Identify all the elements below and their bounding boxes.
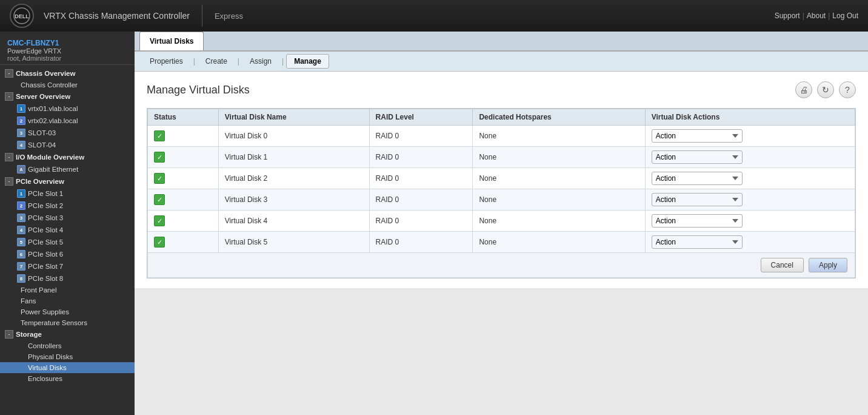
col-name: Virtual Disk Name bbox=[218, 109, 369, 126]
sidebar-item-pcie-slot-6[interactable]: 6PCIe Slot 6 bbox=[0, 248, 135, 260]
sidebar-item-pcie-slot-7[interactable]: 7PCIe Slot 7 bbox=[0, 260, 135, 272]
toolbar-icons: 🖨 ↻ ? bbox=[795, 81, 856, 98]
sidebar-item-io-module-overview[interactable]: -I/O Module Overview bbox=[0, 151, 135, 163]
sidebar-item-power-supplies[interactable]: Power Supplies bbox=[0, 306, 135, 317]
sidebar-badge-pcie-slot-6: 6 bbox=[17, 250, 25, 258]
main-tab-bar: Virtual Disks bbox=[135, 32, 868, 52]
cell-status-1: ✓ bbox=[148, 147, 219, 168]
sidebar-item-pcie-slot-4[interactable]: 4PCIe Slot 4 bbox=[0, 224, 135, 236]
sidebar-item-chassis-overview[interactable]: -Chassis Overview bbox=[0, 67, 135, 79]
sidebar-item-pcie-slot-3[interactable]: 3PCIe Slot 3 bbox=[0, 212, 135, 224]
nav-sep1: | bbox=[803, 12, 804, 20]
about-link[interactable]: About bbox=[807, 12, 826, 20]
sidebar-hostname: CMC-FLBNZY1 bbox=[7, 39, 127, 47]
header-mode: Express bbox=[215, 12, 243, 21]
sidebar-badge-pcie-slot-4: 4 bbox=[17, 226, 25, 234]
status-check-3: ✓ bbox=[154, 194, 165, 205]
sidebar-item-slot04[interactable]: 4SLOT-04 bbox=[0, 139, 135, 151]
sidebar-item-pcie-slot-8[interactable]: 8PCIe Slot 8 bbox=[0, 272, 135, 285]
sidebar-badge-pcie-slot-3: 3 bbox=[17, 214, 25, 222]
sidebar-item-pcie-slot-5[interactable]: 5PCIe Slot 5 bbox=[0, 236, 135, 248]
sidebar-item-server-overview[interactable]: -Server Overview bbox=[0, 90, 135, 103]
sidebar-item-pcie-slot-2[interactable]: 2PCIe Slot 2 bbox=[0, 200, 135, 212]
sidebar-label-power-supplies: Power Supplies bbox=[21, 308, 69, 315]
action-select-3[interactable]: Action bbox=[652, 193, 743, 206]
sidebar-badge-pcie-slot-7: 7 bbox=[17, 262, 25, 271]
tab-virtual-disks[interactable]: Virtual Disks bbox=[139, 32, 204, 50]
sidebar-item-physical-disks[interactable]: Physical Disks bbox=[0, 351, 135, 362]
sidebar-item-pcie-slot-1[interactable]: 1PCIe Slot 1 bbox=[0, 187, 135, 200]
sidebar-label-gigabit-ethernet: Gigabit Ethernet bbox=[28, 166, 78, 173]
action-select-1[interactable]: Action bbox=[652, 150, 743, 164]
cell-hotspares-4: None bbox=[473, 211, 645, 232]
nav-sep2: | bbox=[828, 12, 830, 20]
sidebar-label-storage: Storage bbox=[16, 331, 42, 338]
sub-tab-assign[interactable]: Assign bbox=[242, 54, 279, 69]
col-actions: Virtual Disk Actions bbox=[645, 109, 855, 126]
virtual-disks-table-body: ✓Virtual Disk 0RAID 0NoneAction✓Virtual … bbox=[148, 126, 855, 253]
sidebar-item-virtual-disks[interactable]: Virtual Disks bbox=[0, 362, 135, 373]
sub-tab-bar: Properties | Create | Assign | Manage bbox=[135, 52, 868, 72]
cell-status-4: ✓ bbox=[148, 211, 219, 232]
sidebar-toggle-storage[interactable]: - bbox=[5, 330, 13, 339]
main-content: Manage Virtual Disks 🖨 ↻ ? Status Virtua… bbox=[135, 72, 868, 288]
sidebar-item-storage[interactable]: -Storage bbox=[0, 328, 135, 340]
status-check-5: ✓ bbox=[154, 237, 165, 248]
cell-hotspares-3: None bbox=[473, 189, 645, 211]
cell-raid-0: RAID 0 bbox=[369, 126, 473, 147]
table-row: ✓Virtual Disk 0RAID 0NoneAction bbox=[148, 126, 855, 147]
apply-button[interactable]: Apply bbox=[809, 258, 847, 272]
cell-raid-1: RAID 0 bbox=[369, 147, 473, 168]
status-check-0: ✓ bbox=[154, 130, 165, 141]
cell-hotspares-0: None bbox=[473, 126, 645, 147]
action-select-4[interactable]: Action bbox=[652, 214, 743, 228]
sidebar-label-virtual-disks: Virtual Disks bbox=[28, 364, 67, 371]
sidebar-label-slot03: SLOT-03 bbox=[28, 129, 56, 137]
sidebar-badge-gigabit-ethernet: A bbox=[17, 165, 25, 174]
action-select-0[interactable]: Action bbox=[652, 129, 743, 143]
sub-tab-manage[interactable]: Manage bbox=[286, 54, 329, 69]
sidebar-item-front-panel[interactable]: Front Panel bbox=[0, 285, 135, 295]
cancel-button[interactable]: Cancel bbox=[761, 258, 804, 272]
cell-action-1: Action bbox=[645, 147, 855, 168]
action-select-5[interactable]: Action bbox=[652, 235, 743, 249]
table-footer: Cancel Apply bbox=[147, 253, 855, 278]
status-check-2: ✓ bbox=[154, 173, 165, 184]
sidebar-item-temperature-sensors[interactable]: Temperature Sensors bbox=[0, 317, 135, 328]
col-hotspares: Dedicated Hotspares bbox=[473, 109, 645, 126]
sub-tab-properties[interactable]: Properties bbox=[142, 54, 191, 69]
logout-link[interactable]: Log Out bbox=[832, 12, 858, 20]
sidebar-model: PowerEdge VRTX bbox=[7, 47, 127, 55]
refresh-button[interactable]: ↻ bbox=[817, 81, 834, 98]
sidebar-label-pcie-slot-6: PCIe Slot 6 bbox=[28, 251, 63, 258]
sidebar-label-pcie-slot-4: PCIe Slot 4 bbox=[28, 226, 63, 234]
help-button[interactable]: ? bbox=[839, 81, 856, 98]
sidebar-toggle-chassis-overview[interactable]: - bbox=[5, 69, 13, 78]
sidebar-item-pcie-overview[interactable]: -PCIe Overview bbox=[0, 175, 135, 187]
cell-name-0: Virtual Disk 0 bbox=[218, 126, 369, 147]
sidebar-toggle-io-module-overview[interactable]: - bbox=[5, 153, 13, 161]
sidebar-label-front-panel: Front Panel bbox=[21, 286, 56, 294]
support-link[interactable]: Support bbox=[775, 12, 800, 20]
sidebar-item-enclosures[interactable]: Enclosures bbox=[0, 373, 135, 384]
cell-status-3: ✓ bbox=[148, 189, 219, 211]
sidebar-item-controllers[interactable]: Controllers bbox=[0, 340, 135, 351]
print-button[interactable]: 🖨 bbox=[795, 81, 812, 98]
sidebar-toggle-pcie-overview[interactable]: - bbox=[5, 177, 13, 186]
action-select-2[interactable]: Action bbox=[652, 172, 743, 185]
sidebar-toggle-server-overview[interactable]: - bbox=[5, 92, 13, 101]
sidebar-item-fans[interactable]: Fans bbox=[0, 295, 135, 306]
cell-action-3: Action bbox=[645, 189, 855, 211]
cell-status-2: ✓ bbox=[148, 168, 219, 189]
sidebar-item-chassis-controller[interactable]: Chassis Controller bbox=[0, 79, 135, 90]
sub-tab-create[interactable]: Create bbox=[198, 54, 235, 69]
sidebar-label-chassis-overview: Chassis Overview bbox=[16, 70, 75, 77]
sidebar-label-pcie-slot-1: PCIe Slot 1 bbox=[28, 190, 63, 197]
sidebar-item-vrtx02[interactable]: 2vrtx02.vlab.local bbox=[0, 115, 135, 127]
cell-name-4: Virtual Disk 4 bbox=[218, 211, 369, 232]
sidebar-item-gigabit-ethernet[interactable]: AGigabit Ethernet bbox=[0, 163, 135, 175]
sidebar-item-slot03[interactable]: 3SLOT-03 bbox=[0, 127, 135, 139]
cell-hotspares-5: None bbox=[473, 232, 645, 253]
svg-text:DELL: DELL bbox=[15, 13, 29, 19]
sidebar-item-vrtx01[interactable]: 1vrtx01.vlab.local bbox=[0, 103, 135, 115]
